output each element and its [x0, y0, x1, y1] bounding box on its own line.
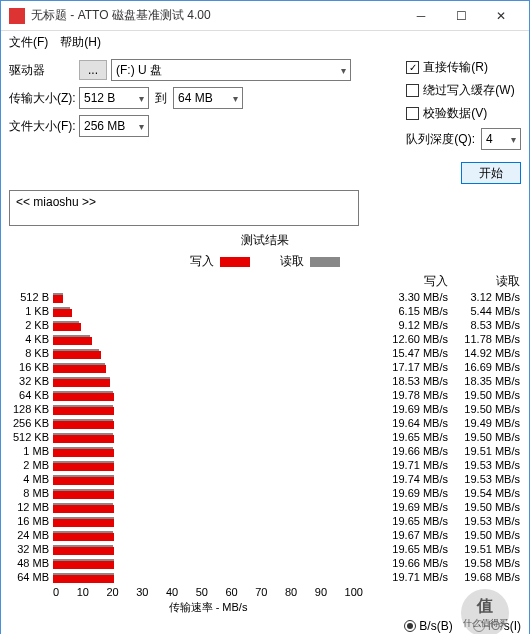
chevron-down-icon: ▾	[139, 121, 144, 132]
bar-row	[53, 430, 376, 444]
results-title: 测试结果	[9, 232, 521, 249]
write-bar	[53, 505, 114, 513]
chart-ylabel: 1 MB	[9, 444, 49, 458]
read-value: 19.53 MB/s	[448, 472, 520, 486]
bar-row	[53, 570, 376, 584]
bar-row	[53, 444, 376, 458]
xtick: 70	[255, 586, 267, 598]
write-bar	[53, 295, 63, 303]
chart-ylabel: 24 MB	[9, 528, 49, 542]
write-value: 19.64 MB/s	[376, 416, 448, 430]
chart-ylabel: 8 KB	[9, 346, 49, 360]
maximize-button[interactable]: ☐	[441, 1, 481, 31]
queue-depth-label: 队列深度(Q):	[406, 131, 475, 148]
app-icon	[9, 8, 25, 24]
read-value: 3.12 MB/s	[448, 290, 520, 304]
read-value: 19.53 MB/s	[448, 458, 520, 472]
file-size-label: 文件大小(F):	[9, 118, 79, 135]
bar-row	[53, 528, 376, 542]
drive-label: 驱动器	[9, 62, 79, 79]
chevron-down-icon: ▾	[341, 65, 346, 76]
read-value: 14.92 MB/s	[448, 346, 520, 360]
write-value: 19.66 MB/s	[376, 444, 448, 458]
xtick: 40	[166, 586, 178, 598]
titlebar[interactable]: 无标题 - ATTO 磁盘基准测试 4.00 ─ ☐ ✕	[1, 1, 529, 31]
write-value: 9.12 MB/s	[376, 318, 448, 332]
chart-ylabel: 1 KB	[9, 304, 49, 318]
direct-io-checkbox[interactable]: ✓ 直接传输(R)	[406, 59, 521, 76]
bar-row	[53, 388, 376, 402]
write-bar	[53, 547, 114, 555]
write-bar	[53, 407, 114, 415]
close-button[interactable]: ✕	[481, 1, 521, 31]
write-bar	[53, 561, 114, 569]
bar-row	[53, 542, 376, 556]
write-bar	[53, 477, 114, 485]
queue-depth-select[interactable]: 4▾	[481, 128, 521, 150]
size-to-select[interactable]: 64 MB▾	[173, 87, 243, 109]
chart-ylabel: 48 MB	[9, 556, 49, 570]
read-value: 19.51 MB/s	[448, 444, 520, 458]
write-value: 19.65 MB/s	[376, 430, 448, 444]
write-bar	[53, 449, 114, 457]
xtick: 20	[106, 586, 118, 598]
menubar: 文件(F) 帮助(H)	[1, 31, 529, 53]
chart-ylabel: 64 MB	[9, 570, 49, 584]
write-value: 19.65 MB/s	[376, 542, 448, 556]
description-input[interactable]: << miaoshu >>	[9, 190, 359, 226]
menu-help[interactable]: 帮助(H)	[60, 34, 101, 51]
bypass-cache-checkbox[interactable]: 绕过写入缓存(W)	[406, 82, 521, 99]
write-bar	[53, 309, 72, 317]
chevron-down-icon: ▾	[511, 134, 516, 145]
write-bar	[53, 337, 92, 345]
read-value: 19.58 MB/s	[448, 556, 520, 570]
chart-ylabel: 2 KB	[9, 318, 49, 332]
write-value: 19.69 MB/s	[376, 500, 448, 514]
transfer-size-label: 传输大小(Z):	[9, 90, 79, 107]
write-bar	[53, 519, 114, 527]
size-from-select[interactable]: 512 B▾	[79, 87, 149, 109]
drive-select[interactable]: (F:) U 盘▾	[111, 59, 351, 81]
bar-row	[53, 290, 376, 304]
write-bar	[53, 379, 110, 387]
unit-bs-radio[interactable]: B/s(B)	[404, 619, 452, 633]
write-value: 19.71 MB/s	[376, 570, 448, 584]
bar-row	[53, 486, 376, 500]
chart-ylabel: 12 MB	[9, 500, 49, 514]
write-bar	[53, 351, 101, 359]
bar-row	[53, 472, 376, 486]
menu-file[interactable]: 文件(F)	[9, 34, 48, 51]
xtick: 90	[315, 586, 327, 598]
legend: 写入 读取	[9, 253, 521, 270]
file-size-select[interactable]: 256 MB▾	[79, 115, 149, 137]
read-value: 19.50 MB/s	[448, 500, 520, 514]
chart-ylabel: 2 MB	[9, 458, 49, 472]
chart-ylabel: 32 MB	[9, 542, 49, 556]
window-title: 无标题 - ATTO 磁盘基准测试 4.00	[31, 7, 401, 24]
bar-row	[53, 332, 376, 346]
minimize-button[interactable]: ─	[401, 1, 441, 31]
write-value: 12.60 MB/s	[376, 332, 448, 346]
write-bar	[53, 365, 106, 373]
start-button[interactable]: 开始	[461, 162, 521, 184]
watermark-icon: 值 什么值得买	[461, 589, 509, 634]
drive-browse-button[interactable]: ...	[79, 60, 107, 80]
bar-row	[53, 416, 376, 430]
xtick: 50	[196, 586, 208, 598]
write-bar	[53, 491, 114, 499]
xtick: 80	[285, 586, 297, 598]
write-value: 19.67 MB/s	[376, 528, 448, 542]
write-value: 15.47 MB/s	[376, 346, 448, 360]
write-value: 19.74 MB/s	[376, 472, 448, 486]
read-value: 19.50 MB/s	[448, 388, 520, 402]
read-value: 19.54 MB/s	[448, 486, 520, 500]
chart-ylabel: 8 MB	[9, 486, 49, 500]
write-bar	[53, 575, 114, 583]
chart-ylabel: 128 KB	[9, 402, 49, 416]
verify-checkbox[interactable]: 校验数据(V)	[406, 105, 521, 122]
bar-row	[53, 318, 376, 332]
read-value: 19.49 MB/s	[448, 416, 520, 430]
write-bar	[53, 463, 114, 471]
checkbox-icon: ✓	[406, 61, 419, 74]
write-value: 19.78 MB/s	[376, 388, 448, 402]
